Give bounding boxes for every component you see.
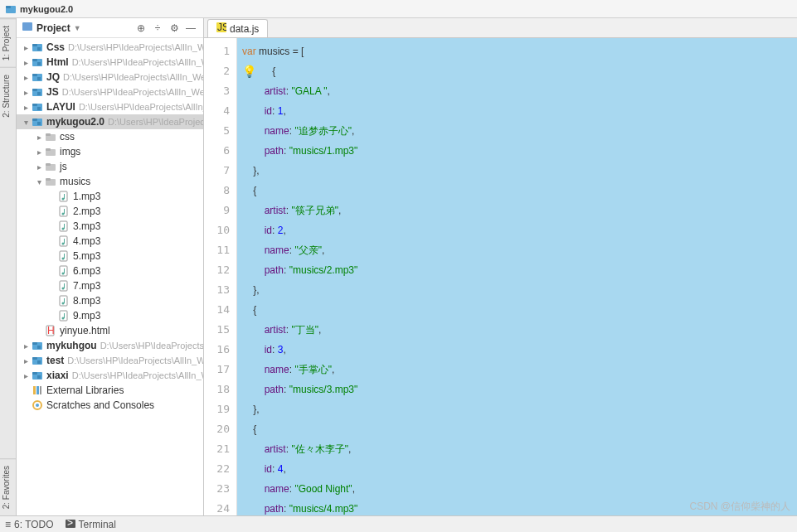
line-number[interactable]: 15 <box>204 320 236 340</box>
line-number[interactable]: 9 <box>204 201 236 220</box>
code-line[interactable]: }, <box>242 399 797 419</box>
tree-item-test[interactable]: ▸testD:\Users\HP\IdeaProjects\AllIn_Web <box>17 353 203 368</box>
code-line[interactable]: 💡 { <box>242 61 797 81</box>
chevron-right-icon[interactable]: ▸ <box>33 148 45 157</box>
tree-item-9-mp3[interactable]: 9.mp3 <box>17 308 203 323</box>
code-line[interactable]: { <box>242 181 797 201</box>
chevron-right-icon[interactable]: ▸ <box>20 341 32 351</box>
line-number[interactable]: 14 <box>204 300 236 320</box>
line-number[interactable]: 20 <box>204 419 236 439</box>
code-line[interactable]: { <box>242 419 797 439</box>
chevron-right-icon[interactable]: ▸ <box>33 133 45 142</box>
hide-icon[interactable]: — <box>183 21 198 36</box>
tree-item-8-mp3[interactable]: 8.mp3 <box>17 293 203 308</box>
tree-item-layui[interactable]: ▸LAYUID:\Users\HP\IdeaProjects\AllIn_W <box>17 99 203 114</box>
tree-item-js[interactable]: ▸js <box>17 159 203 174</box>
code-line[interactable]: path: "musics/3.mp3" <box>242 380 797 399</box>
tab-data-js[interactable]: JS data.js <box>207 19 268 37</box>
tree-item-7-mp3[interactable]: 7.mp3 <box>17 278 203 293</box>
chevron-right-icon[interactable]: ▸ <box>33 162 45 172</box>
code-line[interactable]: name: "Good Night", <box>242 479 797 499</box>
status-todo[interactable]: ≡ 6: TODO <box>5 519 54 530</box>
code-line[interactable]: path: "musics/4.mp3" <box>242 499 797 515</box>
code-line[interactable]: artist: "GALA ", <box>242 81 797 101</box>
tree-item-xiaxi[interactable]: ▸xiaxiD:\Users\HP\IdeaProjects\AllIn_Web <box>17 368 203 383</box>
line-number[interactable]: 13 <box>204 280 236 300</box>
code-line[interactable]: id: 2, <box>242 220 797 240</box>
line-number[interactable]: 10 <box>204 220 236 240</box>
code-line[interactable]: path: "musics/2.mp3" <box>242 260 797 280</box>
line-number[interactable]: 4 <box>204 101 236 121</box>
line-number[interactable]: 6 <box>204 141 236 161</box>
chevron-right-icon[interactable]: ▸ <box>20 73 32 82</box>
tree-item-yinyue-html[interactable]: Hyinyue.html <box>17 323 203 338</box>
code-line[interactable]: id: 1, <box>242 101 797 121</box>
code-line[interactable]: name: "父亲", <box>242 240 797 260</box>
status-terminal[interactable]: >_ Terminal <box>66 519 116 530</box>
code-line[interactable]: id: 3, <box>242 340 797 360</box>
tree-item-4-mp3[interactable]: 4.mp3 <box>17 234 203 249</box>
code-line[interactable]: artist: "佐々木李子", <box>242 439 797 459</box>
locate-icon[interactable]: ⊕ <box>134 21 148 36</box>
line-number[interactable]: 12 <box>204 260 236 280</box>
bulb-icon[interactable]: 💡 <box>242 61 256 81</box>
code-line[interactable]: id: 4, <box>242 459 797 479</box>
tree-item-6-mp3[interactable]: 6.mp3 <box>17 264 203 278</box>
line-number[interactable]: 17 <box>204 360 236 380</box>
line-number[interactable]: 8 <box>204 181 236 201</box>
code-line[interactable]: name: "手掌心", <box>242 360 797 380</box>
code-line[interactable]: var musics = [ <box>242 41 797 61</box>
code-line[interactable]: artist: "筷子兄弟", <box>242 201 797 220</box>
line-number[interactable]: 7 <box>204 161 236 181</box>
line-number[interactable]: 11 <box>204 240 236 260</box>
chevron-right-icon[interactable]: ▸ <box>20 43 32 52</box>
line-number[interactable]: 18 <box>204 380 236 399</box>
tree-item-1-mp3[interactable]: 1.mp3 <box>17 189 203 204</box>
line-number[interactable]: 2 <box>204 61 236 81</box>
rail-tab-project[interactable]: 1: Project <box>0 18 16 67</box>
tree-item-jq[interactable]: ▸JQD:\Users\HP\IdeaProjects\AllIn_Web\ <box>17 70 203 85</box>
chevron-right-icon[interactable]: ▸ <box>20 356 32 365</box>
code-line[interactable]: }, <box>242 161 797 181</box>
project-tree[interactable]: ▸CssD:\Users\HP\IdeaProjects\AllIn_Web\▸… <box>17 38 203 515</box>
line-number[interactable]: 21 <box>204 439 236 459</box>
code-editor[interactable]: 123456789101112131415161718192021222324 … <box>204 38 797 515</box>
tree-item-5-mp3[interactable]: 5.mp3 <box>17 249 203 264</box>
tree-item-css[interactable]: ▸CssD:\Users\HP\IdeaProjects\AllIn_Web\ <box>17 40 203 55</box>
gear-icon[interactable]: ⚙ <box>167 21 182 36</box>
line-number[interactable]: 22 <box>204 459 236 479</box>
tree-item-external-libraries[interactable]: External Libraries <box>17 383 203 398</box>
chevron-right-icon[interactable]: ▸ <box>20 371 32 380</box>
collapse-icon[interactable]: ÷ <box>150 21 165 36</box>
code-line[interactable]: path: "musics/1.mp3" <box>242 141 797 161</box>
chevron-down-icon[interactable]: ▼ <box>74 24 81 32</box>
code-line[interactable]: { <box>242 300 797 320</box>
tree-item-mykuhgou[interactable]: ▸mykuhgouD:\Users\HP\IdeaProjects\Al <box>17 338 203 353</box>
rail-tab-favorites[interactable]: 2: Favorites <box>0 458 16 515</box>
rail-tab-structure[interactable]: 2: Structure <box>0 67 16 124</box>
line-number[interactable]: 16 <box>204 340 236 360</box>
chevron-right-icon[interactable]: ▸ <box>20 103 32 112</box>
tree-item-scratches-and-consoles[interactable]: Scratches and Consoles <box>17 398 203 413</box>
code-line[interactable]: name: "追梦赤子心", <box>242 121 797 141</box>
code-line[interactable]: artist: "丁当", <box>242 320 797 340</box>
tree-item-imgs[interactable]: ▸imgs <box>17 144 203 159</box>
tree-item-3-mp3[interactable]: 3.mp3 <box>17 219 203 234</box>
tree-item-musics[interactable]: ▾musics <box>17 174 203 189</box>
tree-item-js[interactable]: ▸JSD:\Users\HP\IdeaProjects\AllIn_Web\ <box>17 85 203 99</box>
tree-item-mykugou2-0[interactable]: ▾mykugou2.0D:\Users\HP\IdeaProjects\ <box>17 114 203 129</box>
line-number[interactable]: 23 <box>204 479 236 499</box>
chevron-right-icon[interactable]: ▸ <box>20 88 32 97</box>
code-line[interactable]: }, <box>242 280 797 300</box>
line-number[interactable]: 1 <box>204 41 236 61</box>
chevron-right-icon[interactable]: ▸ <box>20 58 32 67</box>
chevron-down-icon[interactable]: ▾ <box>33 177 45 186</box>
chevron-down-icon[interactable]: ▾ <box>20 118 32 127</box>
tree-item-css[interactable]: ▸css <box>17 129 203 144</box>
line-number[interactable]: 19 <box>204 399 236 419</box>
line-number[interactable]: 24 <box>204 499 236 515</box>
line-number[interactable]: 5 <box>204 121 236 141</box>
tree-item-2-mp3[interactable]: 2.mp3 <box>17 204 203 219</box>
tree-item-html[interactable]: ▸HtmlD:\Users\HP\IdeaProjects\AllIn_We <box>17 55 203 70</box>
line-number[interactable]: 3 <box>204 81 236 101</box>
